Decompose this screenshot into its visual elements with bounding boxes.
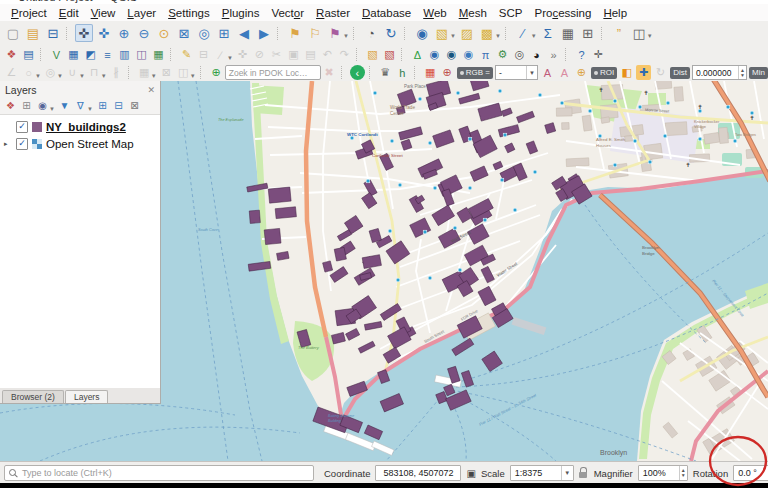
zoom-out-icon[interactable]: ⊖	[135, 24, 153, 42]
expand-all-icon[interactable]: ⊞	[95, 98, 110, 113]
dropdown-arrow-icon[interactable]: ▼	[647, 33, 653, 39]
zoom-native-icon[interactable]: ⊙	[155, 24, 173, 42]
menu-settings[interactable]: Settings	[162, 6, 216, 20]
labeling-icon[interactable]: ▧	[365, 47, 380, 62]
scp-roi-pointer-b-icon[interactable]: A	[557, 65, 572, 80]
spinner-arrows-icon[interactable]: ▲▼	[738, 66, 746, 79]
dropdown-arrow-icon[interactable]: ▼	[561, 466, 573, 480]
layer-name[interactable]: NY_buildings2	[46, 121, 126, 133]
layer-name[interactable]: Open Street Map	[46, 138, 134, 150]
attribute-table-icon[interactable]: ▦	[559, 24, 577, 42]
measure-icon[interactable]: ∕	[514, 24, 532, 42]
dropdown-arrow-icon[interactable]: ▼	[526, 66, 537, 79]
menu-processing[interactable]: Processing	[528, 6, 597, 20]
tab-layers[interactable]: Layers	[65, 390, 109, 403]
add-group-icon[interactable]: ⊞	[19, 98, 34, 113]
data-source-manager-icon[interactable]: ▤	[21, 47, 36, 62]
rotation-spinbox[interactable]: 0.0 ° ▲▼	[733, 465, 768, 481]
crosshair-tool-icon[interactable]: ✛	[591, 47, 606, 62]
statistics-icon[interactable]: Σ	[539, 24, 557, 42]
emblem-crest-icon[interactable]: ♛	[378, 65, 393, 80]
zoom-full-icon[interactable]: ⊠	[175, 24, 193, 42]
scp-roi-pointer-a-icon[interactable]: A	[540, 65, 555, 80]
menu-web[interactable]: Web	[417, 6, 452, 20]
add-vector-layer-icon[interactable]: V	[49, 47, 64, 62]
dropdown-arrow-icon[interactable]: ▼	[450, 33, 456, 39]
new-map-view-icon[interactable]: ◫	[630, 24, 648, 42]
zoom-to-selection-icon[interactable]: ◎	[195, 24, 213, 42]
filter-legend-icon[interactable]: ▼	[57, 98, 72, 113]
hub-plugin-icon[interactable]: h	[395, 65, 410, 80]
zoom-last-icon[interactable]: ◀	[235, 24, 253, 42]
magnifier-spinbox[interactable]: 100% ▲▼	[638, 465, 688, 481]
menu-database[interactable]: Database	[356, 6, 417, 20]
scp-roi-create-icon[interactable]: ◧	[619, 65, 634, 80]
save-project-icon[interactable]: ⊟	[44, 24, 62, 42]
menu-view[interactable]: View	[85, 6, 122, 20]
geo-globe-icon[interactable]: ◉	[461, 47, 476, 62]
dropdown-arrow-icon[interactable]: ▼	[343, 33, 349, 39]
menu-scp[interactable]: SCP	[493, 6, 529, 20]
layer-visibility-checkbox[interactable]: ✓	[16, 121, 28, 133]
geometry-checker-icon[interactable]: Δ	[410, 47, 425, 62]
identify-features-icon[interactable]: ◉	[413, 24, 431, 42]
dropdown-arrow-icon[interactable]: ▼	[87, 106, 93, 112]
web-service-globe-icon[interactable]: ◉	[444, 47, 459, 62]
layer-item-ny-buildings2[interactable]: ✓ NY_buildings2	[0, 118, 160, 135]
tab-browser[interactable]: Browser (2)	[2, 390, 64, 403]
show-bookmarks-icon[interactable]: ⚐	[306, 24, 324, 42]
new-bookmark-icon[interactable]: ⚑	[286, 24, 304, 42]
map-tips-icon[interactable]: ”	[610, 24, 628, 42]
dropdown-arrow-icon[interactable]: ▼	[531, 33, 537, 39]
collapse-all-icon[interactable]: ⊟	[111, 98, 126, 113]
menu-plugins[interactable]: Plugins	[216, 6, 266, 20]
scp-zoom-plus-icon[interactable]: ⊕	[574, 65, 589, 80]
scp-rgb-combo[interactable]: -▼	[495, 65, 538, 80]
pdok-search-input[interactable]: Zoek in PDOK Loc…	[225, 65, 321, 80]
select-features-icon[interactable]: ▧	[433, 24, 451, 42]
pdok-geocoder-icon[interactable]: ⊕	[209, 65, 224, 80]
add-raster-layer-icon[interactable]: ▦	[66, 47, 81, 62]
filter-by-expression-icon[interactable]: ∇	[73, 98, 88, 113]
open-layer-styling-icon[interactable]: ❖	[3, 98, 18, 113]
menu-raster[interactable]: Raster	[310, 6, 356, 20]
deselect-features-icon[interactable]: ▩	[478, 24, 496, 42]
toggle-editing-icon[interactable]: ✎	[179, 47, 194, 62]
pan-to-selection-icon[interactable]: ✜	[95, 24, 113, 42]
extents-icon[interactable]: ▣	[466, 468, 475, 479]
menu-vector[interactable]: Vector	[265, 6, 310, 20]
locator-search-input[interactable]: Type to locate (Ctrl+K)	[4, 465, 314, 481]
metasearch-globe-icon[interactable]: ◉	[427, 47, 442, 62]
refresh-map-icon[interactable]: ↻	[382, 24, 400, 42]
add-mesh-layer-icon[interactable]: ◩	[83, 47, 98, 62]
temporal-controller-icon[interactable]: ◔	[362, 24, 380, 42]
zoom-in-icon[interactable]: ⊕	[115, 24, 133, 42]
dropdown-arrow-icon[interactable]: ▼	[495, 33, 501, 39]
panel-close-icon[interactable]: ✕	[147, 85, 155, 95]
share-plugin-icon[interactable]: ‹	[350, 65, 365, 80]
scp-panther-icon[interactable]: ◕	[529, 47, 544, 62]
menu-edit[interactable]: Edit	[53, 6, 85, 20]
add-spatialite-icon[interactable]: ▥	[117, 47, 132, 62]
scp-bandset-icon[interactable]: ▦	[423, 65, 438, 80]
scp-dist-input[interactable]: 0.000000▲▼	[692, 65, 747, 80]
layer-item-open-street-map[interactable]: ▸ ✓ Open Street Map	[0, 135, 160, 152]
add-wms-layer-icon[interactable]: ◫	[134, 47, 149, 62]
scp-zoom-search-icon[interactable]: ⊕	[440, 65, 455, 80]
select-by-value-icon[interactable]: ▨	[458, 24, 476, 42]
spinner-arrows-icon[interactable]: ▲▼	[679, 466, 687, 480]
coordinate-input[interactable]: 583108, 4507072	[375, 465, 461, 481]
style-manager-icon[interactable]: ❖	[4, 47, 19, 62]
menu-project[interactable]: Project	[5, 6, 53, 20]
open-project-icon[interactable]: ▤	[24, 24, 42, 42]
new-project-icon[interactable]: ▢	[4, 24, 22, 42]
zoom-to-layer-icon[interactable]: ⊞	[215, 24, 233, 42]
remove-layer-icon[interactable]: ⊠	[127, 98, 142, 113]
field-calculator-icon[interactable]: ⊞	[579, 24, 597, 42]
bookmark-manager-icon[interactable]: ⚑	[326, 24, 344, 42]
scale-combo[interactable]: 1:8375 ▼	[510, 465, 574, 481]
scp-roi-add-icon[interactable]: ✚	[636, 65, 651, 80]
lock-scale-icon[interactable]	[579, 467, 589, 479]
layer-visibility-checkbox[interactable]: ✓	[16, 138, 28, 150]
manage-map-themes-icon[interactable]: ◉	[35, 98, 50, 113]
